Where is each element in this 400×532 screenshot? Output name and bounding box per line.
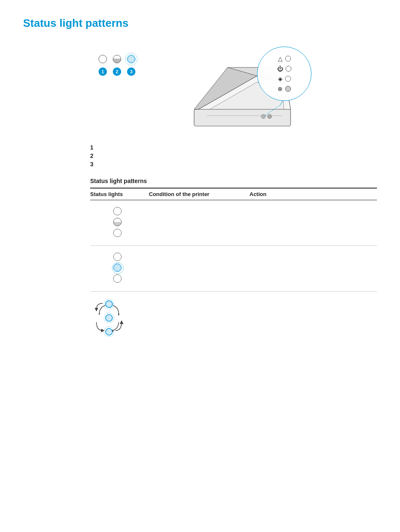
svg-rect-0 xyxy=(194,109,291,126)
item-num-1: 1 xyxy=(90,144,95,151)
led-row xyxy=(99,55,135,63)
item-num-3: 3 xyxy=(90,161,95,168)
printer-illustration: △ ⏻ ◈ ⊗ xyxy=(173,42,303,136)
callout-circle: △ ⏻ ◈ ⊗ xyxy=(257,46,312,101)
section-subtitle: Status light patterns xyxy=(90,178,377,184)
callout-row-4: ⊗ xyxy=(278,85,291,92)
callout-led-2 xyxy=(286,66,291,72)
led-1 xyxy=(99,55,107,63)
numbered-item-1: 1 xyxy=(90,144,377,151)
callout-row-2: ⏻ xyxy=(277,65,291,72)
lights-cell-2 xyxy=(90,246,149,292)
svg-marker-13 xyxy=(118,314,119,316)
led-glow-1 xyxy=(113,263,122,272)
led-half-1 xyxy=(113,218,122,226)
col-header-action: Action xyxy=(249,188,377,200)
diamond-icon: ◈ xyxy=(278,75,283,82)
callout-row-3: ◈ xyxy=(278,75,291,82)
status-table: Status lights Condition of the printer A… xyxy=(90,188,377,344)
condition-cell-1 xyxy=(149,200,249,246)
action-cell-3 xyxy=(249,292,377,345)
light-col-1 xyxy=(90,204,145,240)
page-title: Status light patterns xyxy=(23,17,377,30)
led-label-2: 2 xyxy=(113,67,121,76)
condition-cell-3 xyxy=(149,292,249,345)
numbered-item-3: 3 xyxy=(90,161,377,168)
condition-cell-2 xyxy=(149,246,249,292)
svg-point-9 xyxy=(106,315,112,321)
callout-row-1: △ xyxy=(278,55,291,62)
col-header-status-lights: Status lights xyxy=(90,188,149,200)
table-section: Status lights Condition of the printer A… xyxy=(90,188,377,344)
svg-point-7 xyxy=(106,301,112,307)
light-col-2 xyxy=(90,249,145,286)
action-cell-1 xyxy=(249,200,377,246)
table-header-row: Status lights Condition of the printer A… xyxy=(90,188,377,200)
svg-point-11 xyxy=(106,328,112,335)
callout-led-3 xyxy=(285,76,291,82)
table-row xyxy=(90,246,377,292)
rotate-svg xyxy=(94,299,124,337)
led-3 xyxy=(127,55,135,63)
svg-point-2 xyxy=(268,114,272,119)
callout-led-1 xyxy=(285,56,291,62)
lights-cell-3 xyxy=(90,292,149,345)
item-num-2: 2 xyxy=(90,152,95,159)
rotating-lights xyxy=(90,295,145,341)
callout-led-4 xyxy=(285,86,291,92)
led-label-3: 3 xyxy=(127,67,135,76)
numbered-list: 1 2 3 xyxy=(90,144,377,168)
numbered-item-2: 2 xyxy=(90,152,377,159)
lights-cell-1 xyxy=(90,200,149,246)
table-row xyxy=(90,292,377,345)
led-label-1: 1 xyxy=(99,67,107,76)
led-off-2 xyxy=(113,229,122,237)
led-labels: 1 2 3 xyxy=(99,67,135,76)
led-2 xyxy=(113,55,121,63)
alert-icon: △ xyxy=(278,55,283,62)
table-row xyxy=(90,200,377,246)
led-off-3 xyxy=(113,253,122,261)
cancel-icon: ⊗ xyxy=(278,85,283,92)
diagram-section: 1 2 3 xyxy=(23,42,377,136)
led-off-1 xyxy=(113,207,122,215)
col-header-condition: Condition of the printer xyxy=(149,188,249,200)
power-icon: ⏻ xyxy=(277,65,283,72)
action-cell-2 xyxy=(249,246,377,292)
led-diagram: 1 2 3 xyxy=(99,55,135,76)
led-off-4 xyxy=(113,274,122,283)
